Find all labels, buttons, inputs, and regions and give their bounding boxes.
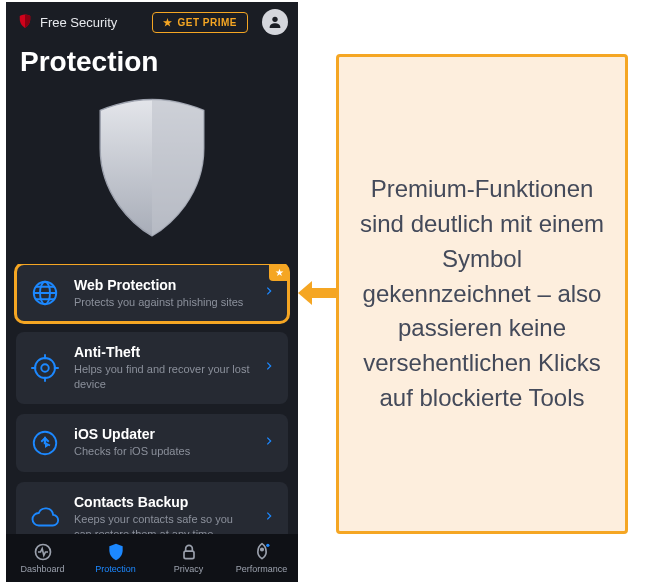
update-icon <box>28 426 62 460</box>
avira-logo-icon <box>16 13 34 31</box>
annotation-arrow <box>298 278 338 308</box>
card-anti-theft[interactable]: Anti-Theft Helps you find and recover yo… <box>16 332 288 404</box>
pulse-icon <box>33 542 53 562</box>
star-icon: ★ <box>163 17 173 28</box>
top-bar: Free Security ★ GET PRIME <box>6 2 298 42</box>
annotation-text: Premium-Funktionen sind deutlich mit ein… <box>359 172 605 416</box>
get-prime-label: GET PRIME <box>177 17 237 28</box>
feature-list: ★ Web Protection Protects you against ph… <box>6 264 298 534</box>
svg-point-4 <box>41 364 49 372</box>
target-icon <box>28 351 62 385</box>
tab-label: Protection <box>95 564 136 574</box>
card-ios-updater[interactable]: iOS Updater Checks for iOS updates <box>16 414 288 472</box>
tab-label: Dashboard <box>20 564 64 574</box>
card-subtitle: Checks for iOS updates <box>74 444 252 459</box>
tab-protection[interactable]: Protection <box>79 542 152 574</box>
premium-badge: ★ <box>269 264 289 281</box>
app-frame: Free Security ★ GET PRIME Protection ★ <box>6 2 298 582</box>
tab-label: Privacy <box>174 564 204 574</box>
card-title: iOS Updater <box>74 426 252 442</box>
card-title: Web Protection <box>74 277 252 293</box>
tab-performance[interactable]: Performance <box>225 542 298 574</box>
svg-point-3 <box>35 358 55 378</box>
card-title: Contacts Backup <box>74 494 252 510</box>
globe-icon <box>28 276 62 310</box>
card-subtitle: Keeps your contacts safe so you can rest… <box>74 512 252 534</box>
card-web-protection[interactable]: ★ Web Protection Protects you against ph… <box>16 264 288 322</box>
chevron-right-icon <box>264 509 274 527</box>
lock-icon <box>179 542 199 562</box>
tab-dashboard[interactable]: Dashboard <box>6 542 79 574</box>
rocket-icon <box>252 542 272 562</box>
brand-text: Free Security <box>40 15 146 30</box>
chevron-right-icon <box>264 359 274 377</box>
page-title: Protection <box>6 42 298 88</box>
person-icon <box>267 14 283 30</box>
tab-label: Performance <box>236 564 288 574</box>
card-subtitle: Helps you find and recover your lost dev… <box>74 362 252 392</box>
chevron-right-icon <box>264 284 274 302</box>
star-icon: ★ <box>275 267 284 278</box>
tab-privacy[interactable]: Privacy <box>152 542 225 574</box>
annotation-callout: Premium-Funktionen sind deutlich mit ein… <box>336 54 628 534</box>
svg-point-9 <box>266 544 269 547</box>
card-title: Anti-Theft <box>74 344 252 360</box>
status-shield <box>6 88 298 264</box>
svg-point-8 <box>260 548 263 551</box>
card-subtitle: Protects you against phishing sites <box>74 295 252 310</box>
tab-bar: Dashboard Protection Privacy Performance <box>6 534 298 582</box>
chevron-right-icon <box>264 434 274 452</box>
shield-icon <box>106 542 126 562</box>
profile-button[interactable] <box>262 9 288 35</box>
get-prime-button[interactable]: ★ GET PRIME <box>152 12 248 33</box>
cloud-icon <box>28 501 62 534</box>
svg-point-0 <box>272 17 277 22</box>
svg-rect-7 <box>184 551 194 559</box>
card-contacts-backup[interactable]: Contacts Backup Keeps your contacts safe… <box>16 482 288 534</box>
